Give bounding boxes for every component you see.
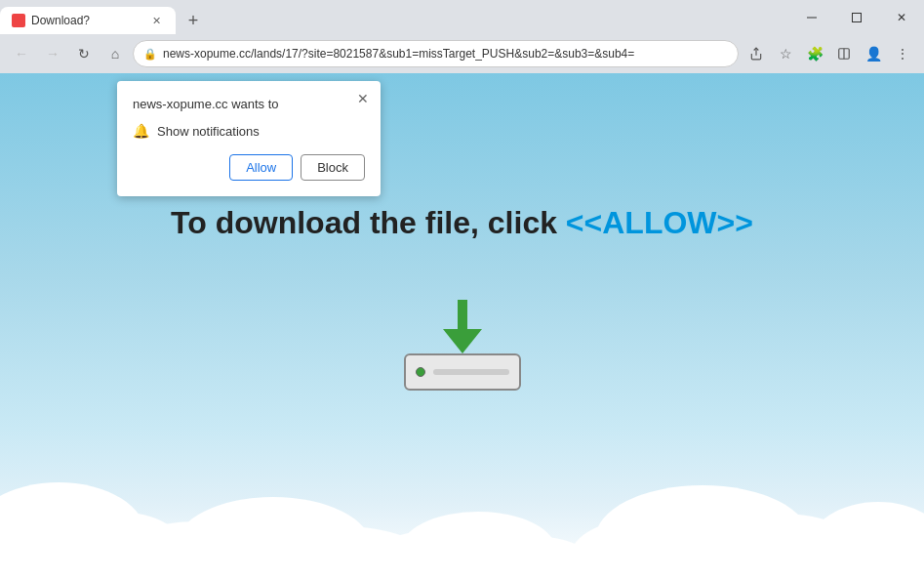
back-button[interactable]: ← xyxy=(8,40,35,67)
bookmark-button[interactable]: ☆ xyxy=(772,40,799,67)
tab-title: Download? xyxy=(31,14,142,27)
tab-close-button[interactable]: ✕ xyxy=(148,13,164,28)
lock-icon: 🔒 xyxy=(143,48,157,61)
window-controls: ✕ xyxy=(789,0,924,34)
popup-buttons: Allow Block xyxy=(133,154,365,181)
svg-marker-6 xyxy=(443,329,482,353)
block-button[interactable]: Block xyxy=(301,154,365,181)
address-bar[interactable]: 🔒 news-xopume.cc/lands/17/?site=8021587&… xyxy=(133,40,739,67)
svg-rect-0 xyxy=(807,17,817,18)
popup-close-button[interactable]: ✕ xyxy=(353,89,373,108)
svg-rect-5 xyxy=(458,300,467,329)
menu-button[interactable]: ⋮ xyxy=(889,40,916,67)
download-arrow-icon xyxy=(438,300,487,353)
profile-button[interactable]: 👤 xyxy=(860,40,887,67)
close-button[interactable]: ✕ xyxy=(879,0,924,34)
browser-tab[interactable]: Download? ✕ xyxy=(0,7,176,34)
tab-bar: Download? ✕ + xyxy=(0,0,789,34)
nav-actions: ☆ 🧩 👤 ⋮ xyxy=(743,40,916,67)
share-button[interactable] xyxy=(743,40,770,67)
extensions-button[interactable]: 🧩 xyxy=(801,40,828,67)
maximize-button[interactable] xyxy=(834,0,879,34)
split-button[interactable] xyxy=(830,40,858,67)
main-text-prefix: To download the file, click xyxy=(171,205,566,240)
permission-text: Show notifications xyxy=(157,124,260,139)
hdd-light xyxy=(416,367,425,377)
browser-content: ✕ news-xopume.cc wants to 🔔 Show notific… xyxy=(0,73,924,580)
popup-site-title: news-xopume.cc wants to xyxy=(133,97,365,111)
new-tab-button[interactable]: + xyxy=(180,7,207,34)
svg-rect-1 xyxy=(853,13,862,21)
nav-bar: ← → ↻ ⌂ 🔒 news-xopume.cc/lands/17/?site=… xyxy=(0,34,924,73)
chrome-window: Download? ✕ + ✕ ← → ↻ ⌂ 🔒 news-xopume.cc… xyxy=(0,0,924,580)
address-text: news-xopume.cc/lands/17/?site=8021587&su… xyxy=(163,47,728,61)
forward-button[interactable]: → xyxy=(39,40,66,67)
popup-permission-row: 🔔 Show notifications xyxy=(133,123,365,139)
tab-favicon xyxy=(12,14,25,27)
main-instruction-text: To download the file, click <<ALLOW>> xyxy=(171,204,753,241)
home-button[interactable]: ⌂ xyxy=(101,40,129,67)
hdd-drive xyxy=(404,353,521,391)
title-bar: Download? ✕ + ✕ xyxy=(0,0,924,34)
reload-button[interactable]: ↻ xyxy=(70,40,98,67)
notification-popup: ✕ news-xopume.cc wants to 🔔 Show notific… xyxy=(117,81,381,196)
hdd-illustration xyxy=(404,300,521,391)
bell-icon: 🔔 xyxy=(133,123,149,139)
main-text-allow: <<ALLOW>> xyxy=(566,205,753,240)
allow-button[interactable]: Allow xyxy=(229,154,293,181)
minimize-button[interactable] xyxy=(789,0,834,34)
hdd-slot xyxy=(433,369,509,375)
